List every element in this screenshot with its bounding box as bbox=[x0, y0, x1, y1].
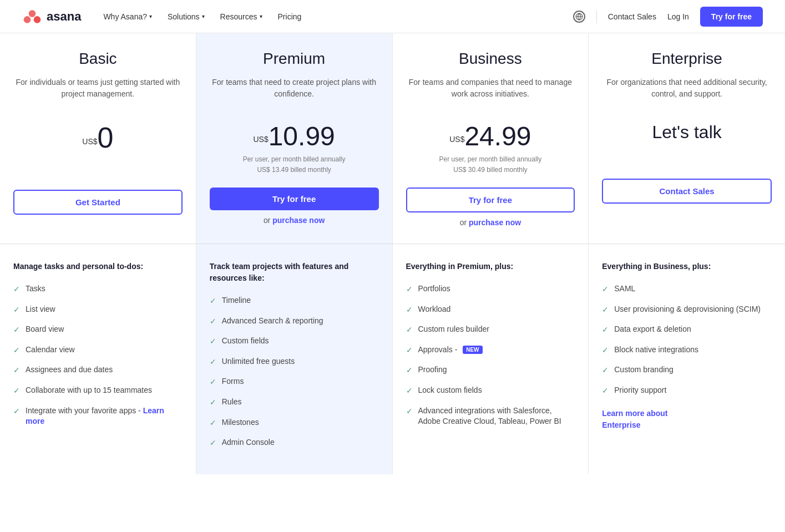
list-item: ✓Rules bbox=[210, 397, 379, 408]
plan-premium-amount: 10.99 bbox=[269, 121, 335, 151]
nav-separator bbox=[596, 10, 597, 23]
list-item: ✓Block native integrations bbox=[602, 344, 772, 356]
list-item: ✓Priority support bbox=[602, 385, 772, 397]
plan-enterprise-name: Enterprise bbox=[602, 50, 772, 68]
plan-basic: Basic For individuals or teams just gett… bbox=[0, 33, 196, 244]
check-icon: ✓ bbox=[602, 325, 609, 336]
list-item: ✓Proofing bbox=[406, 364, 575, 376]
check-icon: ✓ bbox=[13, 284, 20, 295]
check-icon: ✓ bbox=[210, 418, 216, 429]
nav-resources[interactable]: Resources ▾ bbox=[220, 12, 262, 21]
plan-premium-name: Premium bbox=[210, 50, 379, 68]
feature-enterprise-list: ✓SAML ✓User provisioning & deprovisionin… bbox=[602, 283, 772, 397]
list-item: ✓Integrate with your favorite apps - Lea… bbox=[13, 406, 183, 427]
check-icon: ✓ bbox=[13, 406, 20, 417]
plan-enterprise-note bbox=[602, 145, 772, 168]
list-item: ✓Admin Console bbox=[210, 437, 379, 449]
plan-premium-btn-area: Try for free bbox=[210, 188, 379, 210]
check-icon: ✓ bbox=[210, 377, 216, 388]
check-icon: ✓ bbox=[406, 325, 413, 336]
list-item: ✓User provisioning & deprovisioning (SCI… bbox=[602, 304, 772, 316]
check-icon: ✓ bbox=[602, 365, 609, 376]
logo[interactable]: asana bbox=[22, 7, 81, 27]
premium-try-button[interactable]: Try for free bbox=[210, 188, 379, 210]
check-icon: ✓ bbox=[13, 325, 20, 336]
feature-business-list: ✓Portfolios ✓Workload ✓Custom rules buil… bbox=[406, 283, 575, 427]
get-started-button[interactable]: Get Started bbox=[13, 190, 183, 215]
list-item: ✓Approvals - NEW bbox=[406, 344, 575, 356]
logo-text: asana bbox=[47, 9, 81, 24]
plan-business-btn-area: Try for free bbox=[406, 188, 575, 212]
check-icon: ✓ bbox=[210, 316, 216, 327]
feature-business: Everything in Premium, plus: ✓Portfolios… bbox=[393, 244, 589, 474]
check-icon: ✓ bbox=[13, 386, 20, 397]
plan-business-name: Business bbox=[406, 50, 575, 68]
nav-right: Contact Sales Log In Try for free bbox=[573, 7, 763, 27]
list-item: ✓Board view bbox=[13, 324, 183, 336]
business-try-button[interactable]: Try for free bbox=[406, 188, 575, 212]
check-icon: ✓ bbox=[602, 284, 609, 295]
check-icon: ✓ bbox=[13, 345, 20, 356]
plan-basic-name: Basic bbox=[13, 50, 183, 68]
list-item: ✓Lock custom fields bbox=[406, 385, 575, 397]
nav-solutions[interactable]: Solutions ▾ bbox=[168, 12, 205, 21]
plan-enterprise: Enterprise For organizations that need a… bbox=[589, 33, 785, 244]
plan-basic-desc: For individuals or teams just getting st… bbox=[13, 77, 183, 110]
nav-pricing[interactable]: Pricing bbox=[278, 12, 302, 21]
svg-point-0 bbox=[29, 10, 36, 17]
globe-icon[interactable] bbox=[573, 11, 585, 23]
plan-enterprise-btn-area: Contact Sales bbox=[602, 179, 772, 204]
list-item: ✓Tasks bbox=[13, 283, 183, 295]
plan-basic-price: US$0 bbox=[13, 123, 183, 152]
enterprise-learn-more: Learn more aboutEnterprise bbox=[602, 408, 772, 431]
plan-business: Business For teams and companies that ne… bbox=[393, 33, 589, 244]
log-in-link[interactable]: Log In bbox=[667, 12, 689, 21]
premium-purchase-link[interactable]: purchase now bbox=[272, 216, 325, 225]
check-icon: ✓ bbox=[13, 305, 20, 316]
nav-why-asana[interactable]: Why Asana? ▾ bbox=[103, 12, 152, 21]
plan-premium-price: US$10.99 bbox=[210, 123, 379, 150]
business-purchase-link[interactable]: purchase now bbox=[469, 218, 521, 227]
chevron-down-icon: ▾ bbox=[202, 13, 205, 19]
check-icon: ✓ bbox=[210, 438, 216, 449]
chevron-down-icon: ▾ bbox=[149, 13, 152, 19]
check-icon: ✓ bbox=[210, 357, 216, 368]
list-item: ✓Unlimited free guests bbox=[210, 356, 379, 368]
feature-business-heading: Everything in Premium, plus: bbox=[406, 261, 575, 272]
list-item: ✓Portfolios bbox=[406, 283, 575, 295]
nav-try-button[interactable]: Try for free bbox=[700, 7, 763, 27]
plan-premium-purchase: or purchase now bbox=[210, 216, 379, 225]
contact-sales-button[interactable]: Contact Sales bbox=[602, 179, 772, 204]
list-item: ✓Advanced Search & reporting bbox=[210, 316, 379, 327]
list-item: ✓Custom fields bbox=[210, 336, 379, 347]
list-item: ✓Calendar view bbox=[13, 344, 183, 356]
enterprise-learn-more-link[interactable]: Learn more aboutEnterprise bbox=[602, 409, 667, 429]
plan-premium-note: Per user, per month billed annuallyUS$ 1… bbox=[210, 154, 379, 176]
plan-premium-currency: US$ bbox=[253, 135, 268, 144]
contact-sales-link[interactable]: Contact Sales bbox=[608, 12, 656, 21]
feature-basic: Manage tasks and personal to-dos: ✓Tasks… bbox=[0, 244, 196, 474]
plan-business-amount: 24.99 bbox=[464, 121, 531, 151]
check-icon: ✓ bbox=[13, 365, 20, 376]
feature-premium: Track team projects with features and re… bbox=[196, 244, 393, 474]
list-item: ✓Workload bbox=[406, 304, 575, 316]
basic-learn-more-link[interactable]: Learn more bbox=[26, 406, 164, 426]
plan-enterprise-amount: Let's talk bbox=[652, 122, 721, 142]
plan-business-purchase: or purchase now bbox=[406, 218, 575, 227]
list-item: ✓Custom rules builder bbox=[406, 324, 575, 336]
feature-premium-list: ✓Timeline ✓Advanced Search & reporting ✓… bbox=[210, 295, 379, 449]
list-item: ✓Assignees and due dates bbox=[13, 364, 183, 376]
feature-enterprise-heading: Everything in Business, plus: bbox=[602, 261, 772, 272]
check-icon: ✓ bbox=[210, 397, 216, 408]
check-icon: ✓ bbox=[210, 336, 216, 347]
list-item: ✓Forms bbox=[210, 376, 379, 388]
check-icon: ✓ bbox=[406, 284, 413, 295]
plan-business-desc: For teams and companies that need to man… bbox=[406, 77, 575, 110]
plan-enterprise-price: Let's talk bbox=[602, 123, 772, 141]
plan-enterprise-desc: For organizations that need additional s… bbox=[602, 77, 772, 110]
list-item: ✓SAML bbox=[602, 283, 772, 295]
plan-basic-note bbox=[13, 156, 183, 179]
list-item: ✓Collaborate with up to 15 teammates bbox=[13, 385, 183, 397]
check-icon: ✓ bbox=[406, 365, 413, 376]
learn-more-about-label: Learn more aboutEnterprise bbox=[602, 409, 667, 429]
